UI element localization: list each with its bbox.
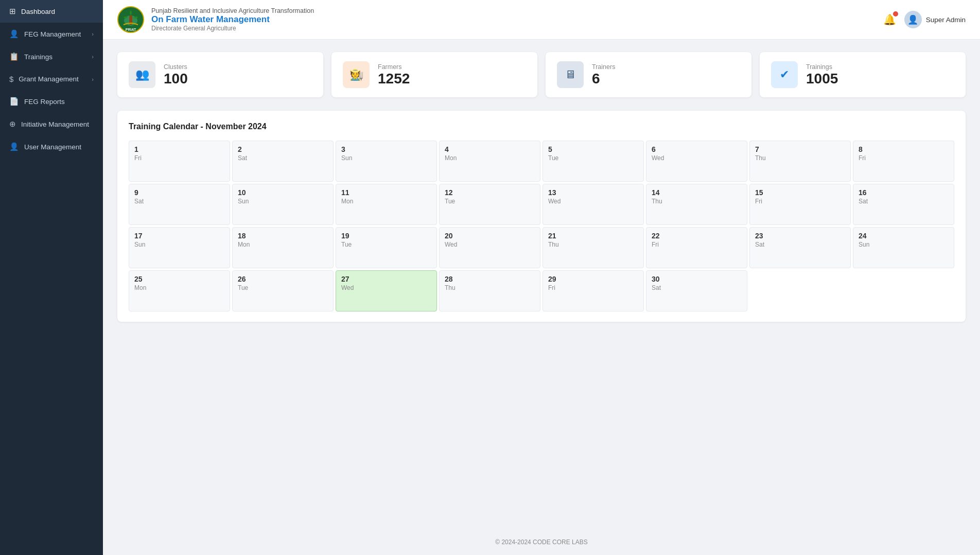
cal-day-num-13: 13 bbox=[548, 188, 638, 197]
farmers-info: Farmers 1252 bbox=[378, 63, 410, 86]
sidebar-item-grant-management[interactable]: $ Grant Management › bbox=[0, 68, 103, 90]
sidebar-item-user-management[interactable]: 👤 User Management bbox=[0, 135, 103, 158]
cal-day-num-17: 17 bbox=[134, 232, 224, 240]
cal-cell-22: 22 Fri bbox=[646, 227, 747, 268]
trainings-value: 1005 bbox=[806, 72, 838, 86]
stat-card-trainers: 🖥 Trainers 6 bbox=[546, 52, 751, 97]
cal-cell-27: 27 Wed bbox=[336, 270, 437, 311]
stat-card-farmers: 🧑‍🌾 Farmers 1252 bbox=[331, 52, 537, 97]
header-subtitle: Punjab Resilient and Inclusive Agricultu… bbox=[151, 7, 883, 14]
initiative-management-icon: ⊕ bbox=[9, 119, 16, 129]
cal-day-name-12: Tue bbox=[445, 198, 535, 205]
main-content: PRIAT Punjab Resilient and Inclusive Agr… bbox=[103, 0, 980, 555]
cal-cell-23: 23 Sat bbox=[749, 227, 851, 268]
cal-cell-1: 1 Fri bbox=[129, 141, 230, 182]
dashboard-icon: ⊞ bbox=[9, 7, 16, 16]
cal-day-name-4: Mon bbox=[445, 154, 535, 162]
cal-day-num-10: 10 bbox=[238, 188, 328, 197]
user-management-icon: 👤 bbox=[9, 142, 19, 151]
cal-day-num-15: 15 bbox=[755, 188, 845, 197]
svg-text:PRIAT: PRIAT bbox=[126, 28, 136, 31]
cal-day-name-8: Fri bbox=[859, 154, 949, 162]
stats-row: 👥 Clusters 100 🧑‍🌾 Farmers 1252 🖥 Traine… bbox=[117, 52, 966, 97]
header-actions: 🔔 👤 Super Admin bbox=[883, 11, 966, 28]
clusters-icon: 👥 bbox=[129, 61, 155, 88]
cal-day-name-13: Wed bbox=[548, 198, 638, 205]
cal-cell-29: 29 Fri bbox=[542, 270, 644, 311]
footer: © 2024-2024 CODE CORE LABS bbox=[103, 529, 980, 555]
header-title: On Farm Water Management bbox=[151, 14, 883, 25]
stat-card-trainings: ✔ Trainings 1005 bbox=[760, 52, 966, 97]
cal-cell-3: 3 Sun bbox=[336, 141, 437, 182]
trainers-value: 6 bbox=[592, 72, 615, 86]
cal-day-name-16: Sat bbox=[859, 198, 949, 205]
cal-cell-12: 12 Tue bbox=[439, 184, 540, 225]
cal-cell-17: 17 Sun bbox=[129, 227, 230, 268]
feg-reports-icon: 📄 bbox=[9, 97, 19, 106]
cal-day-name-14: Thu bbox=[652, 198, 742, 205]
logo: PRIAT bbox=[117, 6, 144, 33]
cal-day-num-29: 29 bbox=[548, 275, 638, 283]
cal-cell-empty-0 bbox=[749, 270, 851, 311]
cal-day-num-6: 6 bbox=[652, 145, 742, 153]
cal-cell-25: 25 Mon bbox=[129, 270, 230, 311]
cal-cell-13: 13 Wed bbox=[542, 184, 644, 225]
cal-day-name-19: Tue bbox=[341, 241, 431, 248]
cal-day-name-17: Sun bbox=[134, 241, 224, 248]
cal-day-name-24: Sun bbox=[859, 241, 949, 248]
cal-day-name-20: Wed bbox=[445, 241, 535, 248]
calendar-title: Training Calendar - November 2024 bbox=[129, 122, 954, 131]
clusters-value: 100 bbox=[164, 72, 188, 86]
cal-day-name-2: Sat bbox=[238, 154, 328, 162]
chevron-icon: › bbox=[92, 31, 94, 37]
sidebar-item-label: User Management bbox=[24, 143, 81, 151]
cal-day-num-5: 5 bbox=[548, 145, 638, 153]
farmers-icon: 🧑‍🌾 bbox=[343, 61, 370, 88]
trainings-icon: 📋 bbox=[9, 52, 19, 61]
trainings-icon: ✔ bbox=[771, 61, 798, 88]
cal-day-name-23: Sat bbox=[755, 241, 845, 248]
sidebar: ⊞ Dashboard 👤 FEG Management › 📋 Trainin… bbox=[0, 0, 103, 555]
cal-day-num-27: 27 bbox=[341, 275, 431, 283]
notification-badge bbox=[893, 11, 898, 16]
cal-day-num-16: 16 bbox=[859, 188, 949, 197]
cal-day-name-9: Sat bbox=[134, 198, 224, 205]
cal-cell-21: 21 Thu bbox=[542, 227, 644, 268]
chevron-icon: › bbox=[92, 54, 94, 60]
cal-day-num-7: 7 bbox=[755, 145, 845, 153]
sidebar-item-initiative-management[interactable]: ⊕ Initiative Management bbox=[0, 113, 103, 135]
cal-cell-2: 2 Sat bbox=[232, 141, 334, 182]
cal-day-name-7: Thu bbox=[755, 154, 845, 162]
cal-cell-9: 9 Sat bbox=[129, 184, 230, 225]
calendar-section: Training Calendar - November 2024 1 Fri … bbox=[117, 111, 966, 322]
cal-cell-30: 30 Sat bbox=[646, 270, 747, 311]
cal-cell-5: 5 Tue bbox=[542, 141, 644, 182]
cal-cell-24: 24 Sun bbox=[853, 227, 954, 268]
sidebar-item-dashboard[interactable]: ⊞ Dashboard bbox=[0, 0, 103, 23]
header-text: Punjab Resilient and Inclusive Agricultu… bbox=[151, 7, 883, 32]
cal-day-num-4: 4 bbox=[445, 145, 535, 153]
stat-card-clusters: 👥 Clusters 100 bbox=[117, 52, 323, 97]
cal-day-num-8: 8 bbox=[859, 145, 949, 153]
cal-cell-7: 7 Thu bbox=[749, 141, 851, 182]
notifications-button[interactable]: 🔔 bbox=[883, 13, 896, 26]
cal-day-num-24: 24 bbox=[859, 232, 949, 240]
clusters-info: Clusters 100 bbox=[164, 63, 188, 86]
sidebar-item-feg-management[interactable]: 👤 FEG Management › bbox=[0, 23, 103, 45]
header: PRIAT Punjab Resilient and Inclusive Agr… bbox=[103, 0, 980, 40]
cal-cell-15: 15 Fri bbox=[749, 184, 851, 225]
cal-day-num-25: 25 bbox=[134, 275, 224, 283]
cal-day-num-18: 18 bbox=[238, 232, 328, 240]
avatar: 👤 bbox=[904, 11, 922, 28]
cal-cell-20: 20 Wed bbox=[439, 227, 540, 268]
user-menu[interactable]: 👤 Super Admin bbox=[904, 11, 966, 28]
cal-day-num-19: 19 bbox=[341, 232, 431, 240]
sidebar-item-feg-reports[interactable]: 📄 FEG Reports bbox=[0, 90, 103, 113]
cal-cell-18: 18 Mon bbox=[232, 227, 334, 268]
cal-day-num-2: 2 bbox=[238, 145, 328, 153]
sidebar-item-label: Trainings bbox=[24, 53, 52, 61]
farmers-label: Farmers bbox=[378, 63, 410, 71]
sidebar-item-trainings[interactable]: 📋 Trainings › bbox=[0, 45, 103, 68]
cal-day-name-22: Fri bbox=[652, 241, 742, 248]
cal-day-name-6: Wed bbox=[652, 154, 742, 162]
